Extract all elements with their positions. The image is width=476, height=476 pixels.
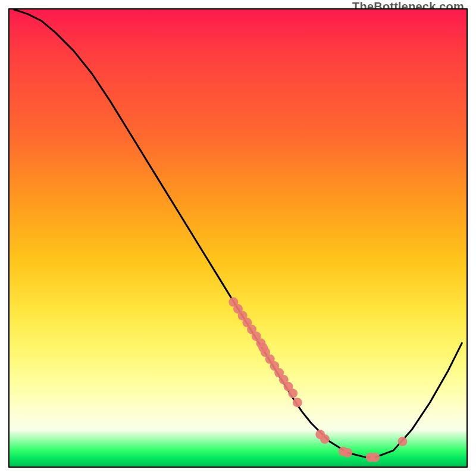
curve-layer [14, 10, 462, 458]
plot-svg [10, 10, 466, 466]
data-point [293, 398, 302, 408]
data-point [343, 448, 352, 458]
data-point [398, 437, 408, 446]
plot-area [8, 8, 468, 468]
curve-path [14, 10, 462, 458]
marker-layer [228, 298, 407, 462]
data-point [320, 434, 330, 444]
data-point [370, 453, 380, 462]
chart-container: TheBottleneck.com [0, 0, 476, 476]
data-point [288, 389, 298, 398]
